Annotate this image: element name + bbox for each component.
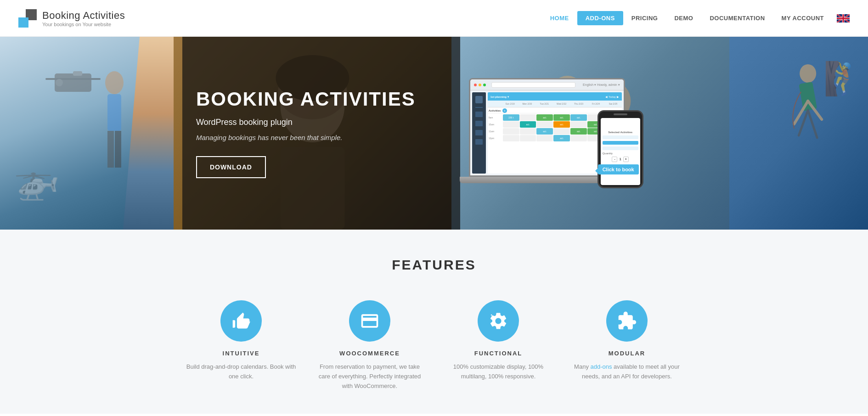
feature-desc-woocommerce: From reservation to payment, we take car… — [315, 362, 425, 391]
activity-block: 156 t — [503, 114, 519, 121]
nav-addons[interactable]: ADD-ONS — [577, 11, 623, 25]
language-flag[interactable] — [837, 14, 850, 22]
hero-photo-helicopter — [0, 37, 174, 230]
creditcard-icon — [360, 311, 380, 331]
feature-name-functional: FUNCTIONAL — [474, 350, 523, 357]
addons-link[interactable]: add-ons — [591, 363, 612, 370]
svg-rect-2 — [73, 71, 82, 76]
phone-booking-title: Selected Activities — [608, 131, 632, 134]
empty-cell — [553, 128, 570, 135]
feature-icon-circle-functional — [478, 300, 519, 342]
feature-desc-intuitive: Build drag-and-drop calendars. Book with… — [186, 362, 296, 382]
logo-text: Booking Activities Your bookings on Your… — [42, 10, 125, 27]
feature-icon-circle-modular — [606, 300, 648, 342]
svg-rect-18 — [799, 82, 817, 111]
logo-square-blue — [18, 17, 28, 28]
main-nav: HOME ADD-ONS PRICING DEMO DOCUMENTATION … — [542, 11, 850, 25]
activity-block: act. — [536, 114, 553, 121]
empty-cell — [503, 128, 519, 135]
feature-woocommerce: WOOCOMMERCE From reservation to payment,… — [310, 296, 429, 395]
cal-day: Sun 2/19 — [502, 101, 519, 107]
logo-icon — [18, 9, 37, 28]
feature-intuitive: INTUITIVE Build drag-and-drop calendars.… — [181, 296, 301, 395]
logo-subtitle: Your bookings on Your website — [42, 22, 125, 27]
nav-demo[interactable]: DEMO — [666, 11, 701, 25]
feature-desc-modular: Many add-ons available to meet all your … — [572, 362, 682, 382]
activity-block: act. — [520, 121, 536, 128]
sidebar-item — [475, 112, 483, 117]
empty-cell — [570, 121, 587, 128]
hero-section: BOOKING ACTIVITIES WordPress booking plu… — [0, 37, 868, 230]
qty-value: 1 — [619, 157, 621, 161]
feature-desc-functional: 100% customizable display, 100% multilan… — [443, 362, 553, 382]
feature-icon-circle-woocommerce — [349, 300, 390, 342]
empty-cell — [536, 121, 553, 128]
time-label: 12pm — [489, 135, 502, 141]
phone-quantity-row: - 1 + — [612, 157, 628, 162]
activity-block: act. — [553, 114, 570, 121]
activity-block: act. — [570, 128, 587, 135]
site-header: Booking Activities Your bookings on Your… — [0, 0, 868, 37]
screen-sidebar — [472, 92, 486, 174]
phone-quantity-label: Quantity — [603, 152, 613, 155]
feature-name-intuitive: INTUITIVE — [223, 350, 260, 357]
tooltip-click: Click to book — [598, 164, 639, 174]
logo-title: Booking Activities — [42, 10, 125, 22]
add-activity-btn[interactable]: + — [502, 108, 507, 113]
cal-day: Mon 2/20 — [519, 101, 535, 107]
plus-icon: + — [504, 109, 506, 112]
svg-line-21 — [808, 110, 817, 138]
phone-speaker — [614, 113, 627, 115]
download-button[interactable]: DOWNLOAD — [196, 156, 266, 178]
sidebar-item — [475, 139, 483, 145]
svg-rect-7 — [107, 131, 114, 168]
phone-row-2 — [603, 146, 638, 150]
cal-day: Fri 2/24 — [587, 101, 604, 107]
logo[interactable]: Booking Activities Your bookings on Your… — [18, 9, 125, 28]
time-label: 10am — [489, 121, 502, 128]
screen-topbar: English ▾ Howdy, admin ▾ — [470, 79, 624, 90]
qty-minus[interactable]: - — [612, 157, 617, 162]
phone-screen: Selected Activities Quantity - 1 + Book — [601, 118, 640, 185]
puzzle-icon — [617, 311, 637, 331]
sidebar-item — [475, 121, 483, 126]
sidebar-icon — [475, 96, 483, 103]
gears-icon — [488, 311, 508, 331]
sidebar-item — [475, 130, 483, 135]
activity-block: act. — [553, 135, 570, 141]
nav-home[interactable]: HOME — [542, 11, 577, 25]
empty-cell — [520, 114, 536, 121]
cal-day: Tue 2/21 — [536, 101, 553, 107]
feature-name-woocommerce: WOOCOMMERCE — [339, 350, 400, 357]
empty-cell — [520, 135, 536, 141]
svg-line-20 — [794, 101, 808, 124]
calendar-date-header: Sun 2/19 Mon 2/20 Tue 2/21 Wed 2/22 Thu … — [488, 101, 622, 107]
feature-icon-circle-intuitive — [220, 300, 262, 342]
nav-pricing[interactable]: PRICING — [623, 11, 666, 25]
screen-nav-text: English ▾ Howdy, admin ▾ — [583, 83, 620, 87]
svg-point-5 — [105, 71, 124, 94]
feature-functional: FUNCTIONAL 100% customizable display, 10… — [439, 296, 558, 395]
screen-dot-red — [474, 84, 477, 86]
nav-myaccount[interactable]: MY ACCOUNT — [773, 11, 832, 25]
hero-photo-climbing — [729, 37, 868, 230]
svg-rect-3 — [45, 78, 101, 80]
cal-day: Sat 2/25 — [604, 101, 621, 107]
screen-topnav: 1st planning ▾ ◀ Today ▶ — [488, 92, 622, 101]
activity-block: act. — [553, 121, 570, 128]
screen-dot-yellow — [479, 84, 481, 86]
screen-dot-green — [483, 84, 486, 86]
screen-url-bar — [491, 82, 575, 88]
empty-cell — [570, 135, 587, 141]
activities-label: Activities — [489, 109, 502, 112]
screen-date-nav: ◀ Today ▶ — [605, 95, 619, 98]
nav-documentation[interactable]: DOCUMENTATION — [701, 11, 773, 25]
phone-mockup: Selected Activities Quantity - 1 + Book — [597, 110, 643, 188]
empty-cell — [520, 128, 536, 135]
thumbsup-icon — [231, 311, 251, 331]
svg-rect-8 — [115, 131, 121, 168]
features-grid: INTUITIVE Build drag-and-drop calendars.… — [181, 296, 687, 395]
qty-plus[interactable]: + — [623, 157, 629, 162]
cal-empty — [488, 101, 502, 107]
sidebar-divider — [475, 107, 483, 108]
